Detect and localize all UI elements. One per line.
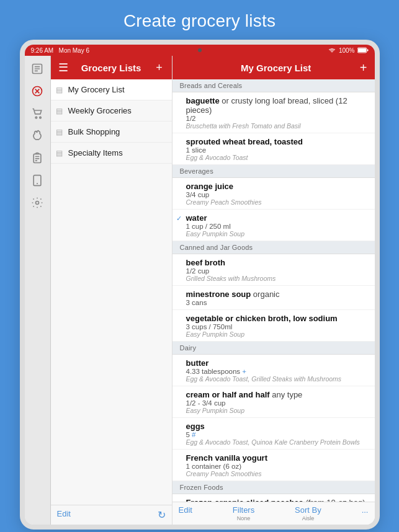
section-header: Canned and Jar Goods (173, 241, 375, 254)
item-qty: 1 cup / 250 ml (186, 223, 367, 230)
item-qty: 4.33 tablespoons + (186, 368, 367, 375)
grocery-item[interactable]: minestrone soup organic3 cans (173, 286, 375, 310)
page-title: Create grocery lists (123, 0, 276, 40)
status-right: 100% (328, 47, 369, 54)
svg-rect-2 (367, 50, 368, 51)
item-qty: 3 cups / 750ml (186, 323, 367, 330)
item-name: baguette or crusty long loaf bread, slic… (186, 96, 367, 115)
svg-point-11 (40, 117, 42, 118)
item-qty: 1 container (6 oz) (186, 463, 367, 470)
section-header: Dairy (173, 342, 375, 355)
grocery-item[interactable]: cream or half and half any type1/2 - 3/4… (173, 386, 375, 418)
item-name: French vanilla yogurt (186, 453, 367, 463)
item-recipe: Easy Pumpkin Soup (186, 407, 367, 414)
svg-rect-1 (358, 48, 366, 52)
list-item-my-grocery[interactable]: ▤My Grocery List (51, 79, 172, 100)
item-qty: 1/2 (186, 115, 367, 122)
item-recipe: Creamy Peach Smoothies (186, 198, 367, 206)
item-name: beef broth (186, 258, 367, 267)
icon-clipboard[interactable] (27, 148, 48, 169)
section-header: Beverages (173, 165, 375, 178)
left-panel: ☰ Grocery Lists + ▤My Grocery List▤Weekl… (51, 56, 173, 525)
device-frame: 9:26 AM Mon May 6 100% (20, 40, 380, 530)
grocery-item[interactable]: orange juice3/4 cupCreamy Peach Smoothie… (173, 178, 375, 210)
list-item-icon: ▤ (56, 149, 63, 157)
item-recipe: Easy Pumpkin Soup (186, 330, 367, 338)
list-item-bulk[interactable]: ▤Bulk Shopping (51, 122, 172, 143)
left-edit-button[interactable]: Edit (57, 509, 71, 521)
item-recipe: Easy Pumpkin Soup (186, 230, 367, 237)
item-recipe: Bruschetta with Fresh Tomato and Basil (186, 122, 367, 130)
list-item-weekly[interactable]: ▤Weekly Groceries (51, 100, 172, 122)
grocery-item[interactable]: butter4.33 tablespoons +Egg & Avocado To… (173, 355, 375, 386)
item-name: butter (186, 358, 367, 368)
svg-point-10 (35, 117, 37, 118)
grocery-item[interactable]: baguette or crusty long loaf bread, slic… (173, 92, 375, 133)
checkmark-icon[interactable]: ✓ (176, 215, 182, 223)
item-name: sprouted wheat bread, toasted (186, 137, 367, 146)
icon-settings[interactable] (27, 192, 48, 213)
icon-cart[interactable] (27, 103, 48, 124)
right-footer: Edit Filters None Sort By Aisle ... (173, 502, 375, 525)
left-header: ☰ Grocery Lists + (51, 56, 172, 79)
right-more-button[interactable]: ... (362, 505, 369, 521)
item-name: eggs (186, 422, 367, 431)
item-qty: 1/2 - 3/4 cup (186, 399, 367, 407)
battery-pct: 100% (339, 47, 355, 54)
right-sort-button[interactable]: Sort By Aisle (295, 505, 321, 521)
left-add-button[interactable]: + (153, 61, 166, 74)
right-panel: My Grocery List + Breads and Cerealsbagu… (173, 56, 375, 525)
section-header: Frozen Foods (173, 481, 375, 494)
icon-apple[interactable] (27, 125, 48, 146)
grocery-item[interactable]: eggs5 #Egg & Avocado Toast, Quinoa Kale … (173, 418, 375, 450)
icon-list[interactable] (27, 58, 48, 79)
right-edit-button[interactable]: Edit (179, 505, 192, 521)
item-name: vegetable or chicken broth, low sodium (186, 314, 367, 323)
camera (198, 48, 202, 52)
grocery-item[interactable]: sprouted wheat bread, toasted1 sliceEgg … (173, 133, 375, 165)
svg-point-18 (36, 202, 39, 205)
left-panel-title: Grocery Lists (69, 63, 153, 73)
item-qty: 1 slice (186, 146, 367, 154)
item-name: orange juice (186, 182, 367, 191)
item-qty: 5 # (186, 431, 367, 438)
menu-icon[interactable]: ☰ (57, 61, 69, 74)
item-name: cream or half and half any type (186, 390, 367, 399)
list-item-icon: ▤ (56, 86, 63, 94)
right-add-button[interactable]: + (360, 61, 367, 75)
icon-tablet[interactable] (27, 170, 48, 191)
grocery-item[interactable]: Frozen organic sliced peaches (from 10-o… (173, 494, 375, 502)
grocery-item[interactable]: ✓water1 cup / 250 mlEasy Pumpkin Soup (173, 210, 375, 241)
item-recipe: Egg & Avocado Toast, Grilled Steaks with… (186, 375, 367, 383)
app-content: ☰ Grocery Lists + ▤My Grocery List▤Weekl… (25, 56, 375, 525)
right-header: My Grocery List + (173, 56, 375, 79)
grocery-item[interactable]: French vanilla yogurt1 container (6 oz)C… (173, 450, 375, 481)
wifi-icon (328, 47, 336, 53)
battery-icon (357, 47, 369, 53)
grocery-list: Breads and Cerealsbaguette or crusty lon… (173, 79, 375, 502)
item-recipe: Egg & Avocado Toast (186, 154, 367, 161)
list-item-icon: ▤ (56, 128, 63, 136)
item-qty: 1/2 cup (186, 267, 367, 275)
right-filters-button[interactable]: Filters None (233, 505, 254, 521)
item-name: water (186, 213, 367, 223)
section-header: Breads and Cereals (173, 79, 375, 92)
sync-icon[interactable]: ↻ (158, 509, 166, 521)
item-qty: 3/4 cup (186, 191, 367, 198)
list-item-icon: ▤ (56, 107, 63, 115)
list-item-specialty[interactable]: ▤Specialty Items (51, 143, 172, 164)
item-name: Frozen organic sliced peaches (from 10-o… (186, 498, 367, 502)
grocery-lists: ▤My Grocery List▤Weekly Groceries▤Bulk S… (51, 79, 172, 505)
grocery-item[interactable]: beef broth1/2 cupGrilled Steaks with Mus… (173, 254, 375, 286)
item-recipe: Grilled Steaks with Mushrooms (186, 275, 367, 282)
item-qty: 3 cans (186, 299, 367, 306)
left-footer: Edit ↻ (51, 505, 172, 525)
right-panel-title: My Grocery List (192, 63, 360, 73)
icon-stop[interactable] (27, 81, 48, 102)
grocery-item[interactable]: vegetable or chicken broth, low sodium3 … (173, 310, 375, 342)
icon-strip (25, 56, 51, 525)
status-time: 9:26 AM Mon May 6 (31, 47, 90, 54)
item-recipe: Creamy Peach Smoothies (186, 470, 367, 477)
item-recipe: Egg & Avocado Toast, Quinoa Kale Cranber… (186, 438, 367, 446)
item-name: minestrone soup organic (186, 290, 367, 299)
